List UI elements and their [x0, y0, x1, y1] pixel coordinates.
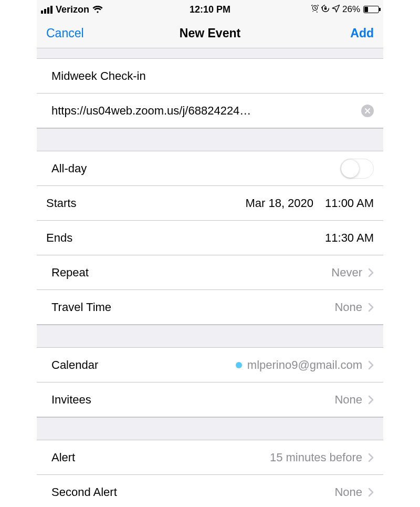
repeat-value: Never [331, 266, 362, 280]
chevron-right-icon [368, 360, 374, 370]
ends-row[interactable]: Ends 11:30 AM [37, 221, 383, 255]
alert-label: Alert [51, 451, 75, 464]
section-gap [37, 417, 383, 440]
invitees-value: None [334, 393, 362, 407]
event-location-input[interactable]: https://us04web.zoom.us/j/68824224… [51, 104, 355, 118]
chevron-right-icon [368, 453, 374, 462]
status-time: 12:10 PM [154, 4, 267, 15]
add-button[interactable]: Add [350, 26, 374, 40]
carrier-label: Verizon [56, 4, 89, 15]
invitees-label: Invitees [51, 393, 91, 407]
section-gap [37, 325, 383, 348]
chevron-right-icon [368, 395, 374, 405]
calendar-value: mlperino9@gmail.com [247, 358, 362, 372]
event-title-input[interactable] [51, 69, 374, 83]
status-bar: Verizon 12:10 PM 26% [37, 0, 383, 19]
ends-label: Ends [46, 231, 72, 245]
all-day-label: All-day [51, 162, 87, 175]
cancel-button[interactable]: Cancel [46, 26, 84, 40]
new-event-screen: Verizon 12:10 PM 26% Cancel New Event Ad… [37, 0, 383, 507]
title-row[interactable] [37, 59, 383, 94]
nav-title: New Event [149, 26, 271, 40]
repeat-row[interactable]: Repeat Never [37, 255, 383, 290]
alert-value: 15 minutes before [270, 451, 362, 464]
second-alert-row[interactable]: Second Alert None [37, 475, 383, 507]
svg-rect-1 [324, 7, 327, 9]
travel-time-label: Travel Time [51, 301, 111, 314]
chevron-right-icon [368, 303, 374, 312]
travel-time-value: None [334, 301, 362, 314]
invitees-row[interactable]: Invitees None [37, 382, 383, 417]
battery-icon [363, 6, 379, 13]
travel-time-row[interactable]: Travel Time None [37, 290, 383, 325]
second-alert-value: None [334, 485, 362, 499]
starts-date: Mar 18, 2020 [245, 196, 313, 210]
status-left: Verizon [41, 4, 154, 15]
calendar-label: Calendar [51, 358, 98, 372]
location-row[interactable]: https://us04web.zoom.us/j/68824224… [37, 94, 383, 128]
calendar-color-dot-icon [236, 362, 242, 368]
orientation-lock-icon [321, 4, 330, 15]
section-gap [37, 128, 383, 151]
second-alert-label: Second Alert [51, 485, 117, 499]
repeat-label: Repeat [51, 266, 89, 280]
all-day-toggle[interactable] [340, 159, 374, 179]
nav-bar: Cancel New Event Add [37, 19, 383, 48]
chevron-right-icon [368, 488, 374, 497]
location-icon [332, 4, 340, 15]
ends-time: 11:30 AM [325, 231, 374, 245]
battery-pct: 26% [342, 4, 360, 15]
clear-location-button[interactable] [361, 105, 374, 117]
section-gap [37, 48, 383, 59]
all-day-row: All-day [37, 151, 383, 186]
starts-label: Starts [46, 196, 76, 210]
starts-row[interactable]: Starts Mar 18, 2020 11:00 AM [37, 186, 383, 221]
status-right: 26% [266, 4, 379, 15]
chevron-right-icon [368, 268, 374, 277]
starts-time: 11:00 AM [325, 196, 374, 210]
signal-icon [41, 6, 52, 14]
wifi-icon [92, 6, 103, 14]
alert-row[interactable]: Alert 15 minutes before [37, 440, 383, 475]
alarm-icon [311, 4, 319, 15]
calendar-row[interactable]: Calendar mlperino9@gmail.com [37, 348, 383, 382]
